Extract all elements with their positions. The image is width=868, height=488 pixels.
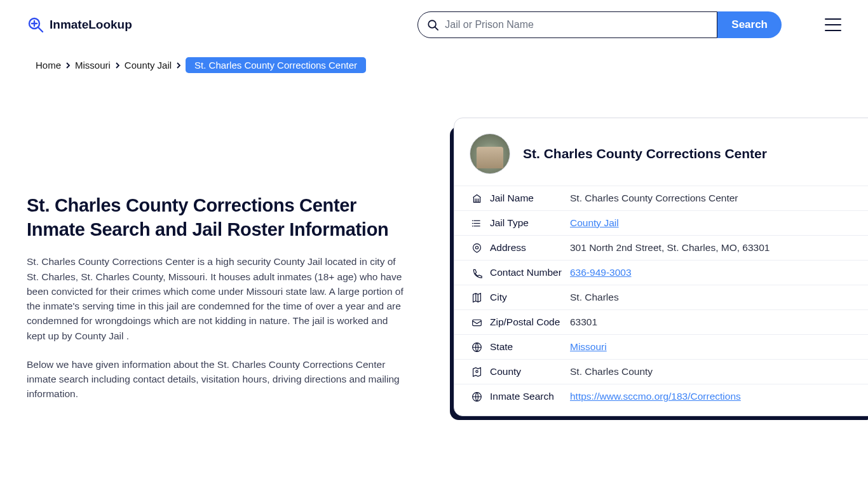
globe-icon (470, 342, 484, 353)
hamburger-line-icon (825, 18, 841, 20)
info-row: Jail NameSt. Charles County Corrections … (454, 186, 868, 210)
info-card-wrap: St. Charles County Corrections Center Ja… (446, 118, 868, 416)
content: St. Charles County Corrections Center In… (0, 118, 868, 416)
info-row: CountySt. Charles County (454, 359, 868, 384)
info-row-link[interactable]: Missouri (570, 341, 607, 353)
svg-point-10 (471, 222, 473, 224)
logo-text: InmateLookup (50, 18, 132, 32)
info-row: Address301 North 2nd Street, St. Charles… (454, 235, 868, 260)
info-row-value: St. Charles (570, 292, 619, 303)
info-row-label: City (490, 292, 570, 303)
chevron-right-icon (114, 62, 121, 69)
info-row-label: Jail Name (490, 193, 570, 204)
globe-icon (470, 391, 484, 402)
map-pin-icon (470, 367, 484, 377)
info-row-value: 63301 (570, 316, 597, 328)
breadcrumb-state[interactable]: Missouri (75, 60, 111, 71)
svg-point-11 (471, 225, 473, 226)
info-row-label: County (490, 366, 570, 377)
logo-icon (27, 16, 44, 34)
breadcrumb-home[interactable]: Home (36, 60, 61, 71)
menu-button[interactable] (825, 18, 841, 31)
breadcrumb-type[interactable]: County Jail (125, 60, 172, 71)
article-paragraph: Below we have given information about th… (27, 357, 408, 402)
article-paragraph: St. Charles County Corrections Center is… (27, 254, 408, 343)
info-row: CitySt. Charles (454, 285, 868, 309)
svg-rect-13 (472, 320, 481, 325)
breadcrumb-current: St. Charles County Corrections Center (186, 57, 366, 73)
info-row-label: Inmate Search (490, 391, 570, 402)
building-icon (470, 193, 484, 204)
svg-point-9 (471, 220, 473, 221)
info-row: Contact Number636-949-3003 (454, 260, 868, 285)
info-row-link[interactable]: County Jail (570, 217, 619, 229)
svg-line-1 (38, 27, 43, 32)
article: St. Charles County Corrections Center In… (27, 118, 408, 416)
page-title: St. Charles County Corrections Center In… (27, 194, 408, 241)
info-row-label: State (490, 341, 570, 353)
search-box[interactable] (417, 11, 717, 38)
info-row-value: St. Charles County (570, 366, 653, 377)
svg-line-5 (435, 27, 438, 30)
info-row-label: Address (490, 242, 570, 254)
hamburger-line-icon (825, 24, 841, 25)
info-row: StateMissouri (454, 334, 868, 359)
info-card: St. Charles County Corrections Center Ja… (454, 118, 868, 416)
search-icon (427, 19, 438, 30)
envelope-icon (470, 317, 484, 328)
location-pin-icon (470, 243, 484, 254)
search-button[interactable]: Search (717, 11, 782, 38)
info-row: Jail TypeCounty Jail (454, 210, 868, 235)
info-row-label: Zip/Postal Code (490, 316, 570, 328)
hamburger-line-icon (825, 30, 841, 31)
svg-point-12 (475, 246, 478, 248)
breadcrumb: Home Missouri County Jail St. Charles Co… (0, 38, 868, 73)
facility-avatar (470, 133, 510, 174)
info-row-link[interactable]: https://www.sccmo.org/183/Corrections (570, 391, 741, 402)
logo[interactable]: InmateLookup (27, 16, 132, 34)
header: InmateLookup Search (0, 0, 868, 38)
info-row-label: Contact Number (490, 267, 570, 278)
search-input[interactable] (445, 19, 708, 30)
svg-point-15 (475, 370, 477, 372)
map-icon (470, 292, 484, 303)
info-row-value: St. Charles County Corrections Center (570, 193, 738, 204)
search-form: Search (417, 11, 782, 38)
info-row-link[interactable]: 636-949-3003 (570, 267, 632, 278)
chevron-right-icon (175, 62, 182, 69)
info-card-header: St. Charles County Corrections Center (454, 118, 868, 186)
phone-icon (470, 268, 484, 278)
info-row: Zip/Postal Code63301 (454, 309, 868, 334)
info-rows: Jail NameSt. Charles County Corrections … (454, 186, 868, 409)
info-card-title: St. Charles County Corrections Center (523, 146, 767, 161)
list-icon (470, 218, 484, 229)
chevron-right-icon (65, 62, 71, 69)
info-row: Inmate Searchhttps://www.sccmo.org/183/C… (454, 384, 868, 409)
info-row-value: 301 North 2nd Street, St. Charles, MO, 6… (570, 242, 770, 254)
info-row-label: Jail Type (490, 217, 570, 229)
